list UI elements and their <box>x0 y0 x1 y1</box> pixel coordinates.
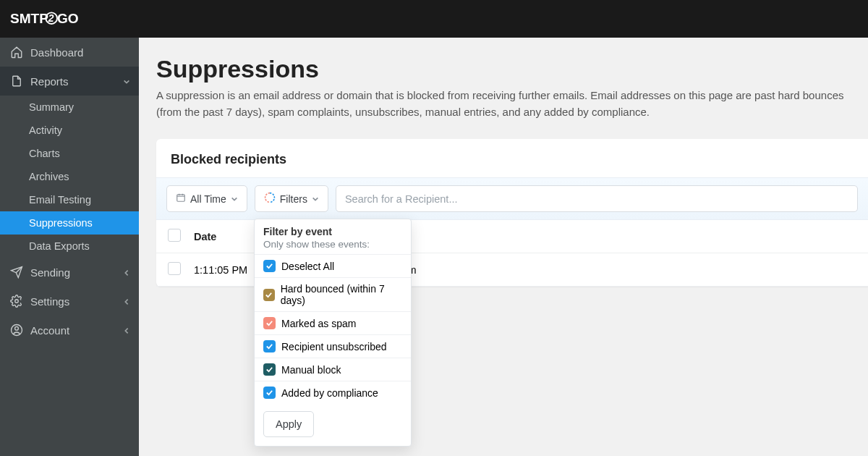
filter-apply-area: Apply <box>255 404 411 446</box>
user-icon <box>10 324 23 337</box>
nav-label: Settings <box>30 295 69 308</box>
sidebar-item-suppressions[interactable]: Suppressions <box>0 211 139 235</box>
filter-option-label: Manual block <box>281 364 341 376</box>
filter-option-label: Hard bounced (within 7 days) <box>281 283 402 306</box>
svg-point-6 <box>15 326 19 330</box>
toolbar: All Time Filters Filter by event Only sh… <box>156 177 868 220</box>
nav-label: Dashboard <box>30 46 83 59</box>
nav-label: Account <box>30 324 69 337</box>
sidebar-item-reports[interactable]: Reports <box>0 67 139 96</box>
logo: SMTPGO2 <box>10 9 98 28</box>
check-icon <box>263 317 276 329</box>
filter-option-hard-bounced[interactable]: Hard bounced (within 7 days) <box>255 277 411 311</box>
svg-text:SMTP: SMTP <box>10 11 48 26</box>
select-all-checkbox[interactable] <box>168 229 181 242</box>
sidebar-item-activity[interactable]: Activity <box>0 119 139 142</box>
blocked-recipients-card: Blocked recipients All Time Filters Filt… <box>156 139 868 287</box>
filter-option-label: Marked as spam <box>281 318 356 329</box>
row-email: go.com <box>382 264 856 276</box>
check-icon <box>263 340 276 352</box>
filter-option-unsubscribed[interactable]: Recipient unsubscribed <box>255 334 411 358</box>
sidebar-item-email-testing[interactable]: Email Testing <box>0 188 139 211</box>
filter-dropdown: Filter by event Only show these events: … <box>254 219 412 447</box>
time-filter-button[interactable]: All Time <box>166 185 247 212</box>
filter-circle-icon <box>264 192 276 206</box>
send-icon <box>10 266 23 279</box>
topbar: SMTPGO2 <box>0 0 868 38</box>
row-checkbox[interactable] <box>168 262 181 275</box>
sidebar-item-charts[interactable]: Charts <box>0 142 139 165</box>
svg-point-4 <box>15 300 19 303</box>
calendar-icon <box>176 193 186 205</box>
check-icon <box>263 363 276 376</box>
chevron-down-icon <box>312 193 319 205</box>
filter-option-label: Recipient unsubscribed <box>281 341 387 352</box>
nav-label: Reports <box>30 75 69 88</box>
home-icon <box>10 46 23 59</box>
filter-option-compliance[interactable]: Added by compliance <box>255 381 411 404</box>
filter-option-marked-spam[interactable]: Marked as spam <box>255 311 411 334</box>
filter-option-manual-block[interactable]: Manual block <box>255 358 411 381</box>
sidebar-item-data-exports[interactable]: Data Exports <box>0 235 139 258</box>
filters-button[interactable]: Filters <box>255 185 328 212</box>
svg-text:2: 2 <box>48 12 54 24</box>
chevron-down-icon <box>231 193 238 205</box>
search-input[interactable] <box>336 185 858 212</box>
chevron-right-icon <box>123 324 130 337</box>
sidebar: Dashboard Reports Summary Activity Chart… <box>0 38 139 456</box>
card-title: Blocked recipients <box>156 139 868 177</box>
sidebar-item-settings[interactable]: Settings <box>0 287 139 316</box>
page-description: A suppression is an email address or dom… <box>156 88 851 120</box>
gear-icon <box>10 295 23 308</box>
filters-label: Filters <box>280 193 307 205</box>
filter-deselect-all[interactable]: Deselect All <box>255 254 411 277</box>
file-icon <box>10 75 23 88</box>
filter-heading: Filter by event <box>255 219 411 239</box>
check-icon <box>263 289 275 301</box>
page-title: Suppressions <box>156 55 868 83</box>
chevron-right-icon <box>123 266 130 279</box>
sidebar-item-summary[interactable]: Summary <box>0 96 139 119</box>
svg-rect-7 <box>177 195 185 201</box>
check-icon <box>263 387 276 399</box>
check-icon <box>263 260 276 272</box>
filter-option-label: Added by compliance <box>281 387 378 399</box>
chevron-down-icon <box>123 75 130 88</box>
filter-subheading: Only show these events: <box>255 239 411 254</box>
sidebar-item-archives[interactable]: Archives <box>0 165 139 188</box>
main-content: Suppressions A suppression is an email a… <box>139 38 868 456</box>
apply-button[interactable]: Apply <box>263 411 314 437</box>
sidebar-item-account[interactable]: Account <box>0 316 139 345</box>
filter-option-label: Deselect All <box>281 261 334 272</box>
nav-label: Sending <box>30 266 70 279</box>
sidebar-item-sending[interactable]: Sending <box>0 258 139 287</box>
time-filter-label: All Time <box>190 193 226 205</box>
svg-text:GO: GO <box>57 11 79 26</box>
sidebar-item-dashboard[interactable]: Dashboard <box>0 38 139 67</box>
chevron-right-icon <box>123 295 130 308</box>
